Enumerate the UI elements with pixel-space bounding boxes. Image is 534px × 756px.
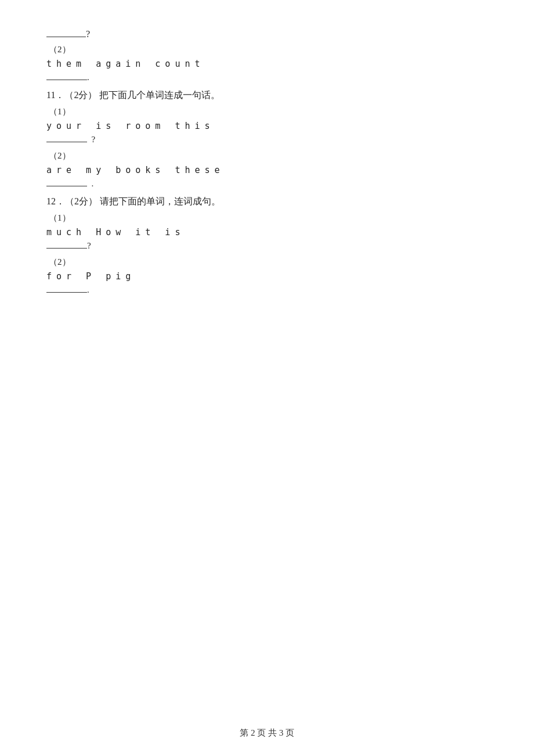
top-word-row: them again count xyxy=(46,59,488,69)
q11-header: 11．（2分） 把下面几个单词连成一句话。 xyxy=(46,89,488,102)
q12-sub1-answer-line xyxy=(46,248,87,249)
q11-sub2-answer-line xyxy=(46,186,87,186)
q11-sub1-label: （1） xyxy=(46,106,488,117)
page-footer: 第 2 页 共 3 页 xyxy=(0,728,534,739)
q12-sub1-answer-row: ? xyxy=(46,241,488,251)
q11-sub1-words: your is room this xyxy=(46,121,488,131)
q12-sub2-punct: . xyxy=(87,285,89,294)
top-answer-line-row2: . xyxy=(46,73,488,82)
q12-sub2-words: for P pig xyxy=(46,271,488,282)
q11-sub1-answer-line xyxy=(46,142,87,142)
top-sub2-label: （2） xyxy=(46,44,488,55)
top-answer-line xyxy=(46,37,86,37)
q12-sub1-label: （1） xyxy=(46,213,488,224)
q11-sub2-answer-row: . xyxy=(46,179,488,189)
q11-sub1-answer-row: ? xyxy=(46,135,488,145)
q12-sub2-answer-line xyxy=(46,292,87,293)
q12-sub2-label: （2） xyxy=(46,257,488,268)
top-answer-line2 xyxy=(46,80,87,80)
top-period: . xyxy=(87,73,89,82)
q11-sub2-label: （2） xyxy=(46,150,488,161)
q11-sub1-punct: ? xyxy=(89,135,95,144)
top-answer-line-row: ? xyxy=(46,29,488,39)
q12-sub2-answer-row: . xyxy=(46,285,488,295)
q12-header: 12．（2分） 请把下面的单词，连词成句。 xyxy=(46,196,488,208)
q11-sub2-punct: . xyxy=(89,179,94,188)
top-question-mark: ? xyxy=(86,29,90,39)
q11-sub2-words: are my books these xyxy=(46,165,488,175)
q12-sub1-words: much How it is xyxy=(46,227,488,237)
q12-sub1-punct: ? xyxy=(87,241,91,250)
